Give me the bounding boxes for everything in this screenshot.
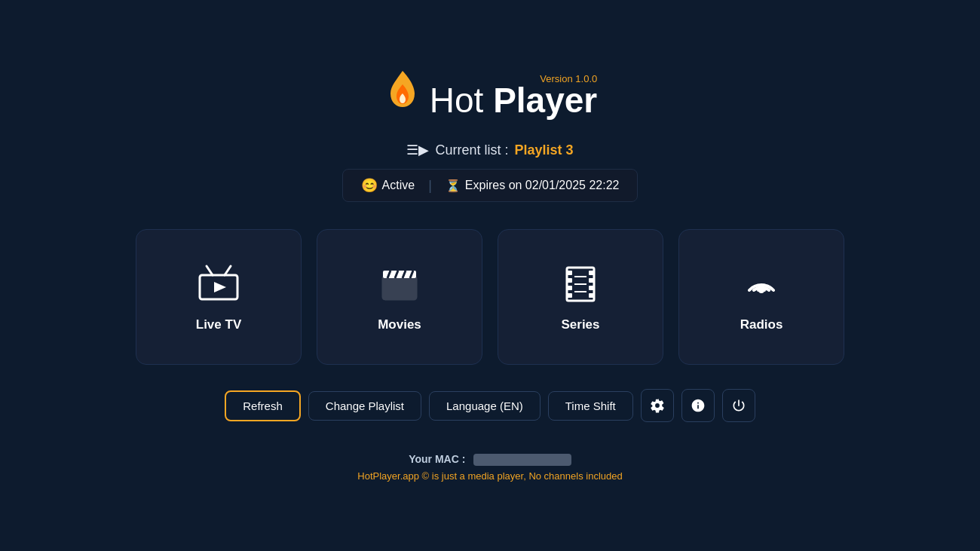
series-label: Series xyxy=(561,317,599,332)
svg-point-22 xyxy=(758,287,764,293)
svg-rect-11 xyxy=(567,271,572,275)
svg-rect-15 xyxy=(589,271,594,275)
svg-rect-4 xyxy=(383,277,416,299)
status-divider: | xyxy=(428,178,432,194)
change-playlist-button[interactable]: Change Playlist xyxy=(308,391,421,421)
logo-text-wrapper: Version 1.0.0 Hot Player xyxy=(430,73,598,120)
bottom-bar: Refresh Change Playlist Language (EN) Ti… xyxy=(225,389,755,422)
info-button[interactable] xyxy=(681,389,715,422)
playlist-name: Playlist 3 xyxy=(514,142,573,158)
svg-line-2 xyxy=(225,266,231,275)
language-button[interactable]: Language (EN) xyxy=(429,391,541,421)
smile-icon: 😊 xyxy=(361,177,378,194)
card-live-tv[interactable]: Live TV xyxy=(136,229,302,365)
main-cards: Live TV Movies xyxy=(136,229,844,365)
status-active: 😊 Active xyxy=(361,177,415,194)
power-button[interactable] xyxy=(722,389,755,422)
list-icon: ☰▶ xyxy=(406,142,429,158)
mac-label: Your MAC : xyxy=(409,453,465,465)
card-movies[interactable]: Movies xyxy=(317,229,482,365)
card-series[interactable]: Series xyxy=(498,229,663,365)
series-icon xyxy=(558,262,603,307)
current-list: ☰▶ Current list : Playlist 3 xyxy=(406,142,573,158)
svg-marker-3 xyxy=(214,282,226,292)
hourglass-icon: ⏳ xyxy=(446,179,461,193)
svg-rect-18 xyxy=(589,293,594,298)
settings-button[interactable] xyxy=(641,389,674,422)
live-tv-icon xyxy=(196,262,241,307)
power-icon xyxy=(731,398,746,413)
active-label: Active xyxy=(382,179,415,192)
status-bar: 😊 Active | ⏳ Expires on 02/01/2025 22:22 xyxy=(342,169,639,202)
current-list-label: Current list : xyxy=(435,142,508,158)
live-tv-label: Live TV xyxy=(196,317,241,332)
svg-rect-14 xyxy=(567,293,572,298)
logo-area: Version 1.0.0 Hot Player xyxy=(383,69,598,124)
refresh-button[interactable]: Refresh xyxy=(225,390,301,421)
info-icon xyxy=(691,398,706,413)
movies-label: Movies xyxy=(378,317,421,332)
app-title-bold: Player xyxy=(493,81,597,120)
time-shift-button[interactable]: Time Shift xyxy=(548,391,633,421)
svg-rect-12 xyxy=(567,278,572,283)
app-title-light: Hot xyxy=(430,81,493,120)
svg-rect-16 xyxy=(589,278,594,283)
svg-rect-17 xyxy=(589,286,594,290)
app-title: Hot Player xyxy=(430,81,598,120)
footer-note: HotPlayer.app © is just a media player, … xyxy=(357,470,622,482)
expires-label: Expires on 02/01/2025 22:22 xyxy=(465,179,620,192)
card-radios[interactable]: Radios xyxy=(678,229,844,365)
svg-line-1 xyxy=(207,266,213,275)
radios-icon xyxy=(739,262,784,307)
mac-value-blurred xyxy=(473,454,571,466)
flame-icon xyxy=(383,69,422,124)
movies-icon xyxy=(377,262,422,307)
expires-info: ⏳ Expires on 02/01/2025 22:22 xyxy=(446,179,620,193)
mac-section: Your MAC : xyxy=(409,452,571,466)
gear-icon xyxy=(650,398,665,413)
radios-label: Radios xyxy=(740,317,783,332)
svg-rect-13 xyxy=(567,286,572,290)
